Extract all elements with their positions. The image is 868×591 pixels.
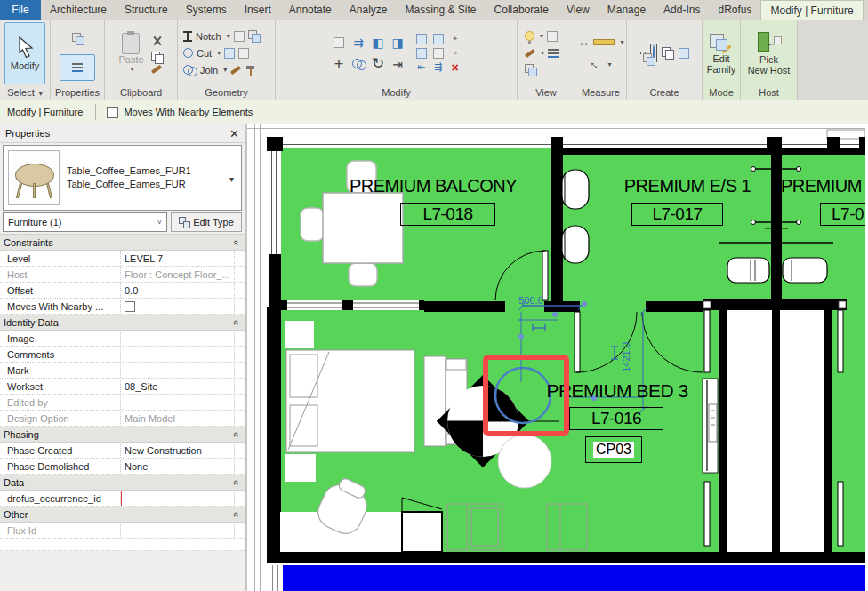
dimension-500[interactable]: 500.0 — [510, 295, 551, 306]
notch-button[interactable]: Notch▾ — [183, 28, 260, 44]
demolish-hammer-icon[interactable] — [245, 64, 256, 76]
type-selector-dropdown-icon[interactable]: ▾ — [229, 174, 234, 184]
trim-single-icon[interactable]: ⇤ — [417, 62, 425, 72]
section-constraints[interactable]: Constraints« — [0, 235, 245, 251]
paste-button[interactable]: Paste▾ — [118, 33, 143, 73]
match-type-brush-icon[interactable] — [151, 65, 162, 74]
offset-icon[interactable]: ⇉ — [353, 36, 364, 49]
edit-family-button[interactable]: Edit Family — [707, 32, 735, 75]
tab-structure[interactable]: Structure — [116, 0, 177, 20]
mirror-draw-axis-icon[interactable]: ◨ — [391, 36, 403, 49]
trim-multiple-icon[interactable]: ⇶ — [434, 62, 442, 72]
split-element-icon[interactable] — [416, 34, 427, 44]
tab-drofus[interactable]: dRofus — [709, 0, 760, 20]
cope-icon[interactable] — [234, 31, 245, 42]
room-tag-l7-018[interactable]: L7-018 — [400, 203, 495, 226]
cut-geometry-button[interactable]: Cut▾ — [183, 44, 249, 61]
override-graphics-brush-icon[interactable] — [525, 48, 535, 57]
pick-new-host-button[interactable]: ← Pick New Host — [748, 31, 791, 76]
level-value[interactable]: LEVEL 7 — [120, 251, 234, 266]
panel-label-view[interactable]: View — [518, 86, 575, 100]
type-selector[interactable]: Table_Coffee_Eames_FUR1 Table_Coffee_Eam… — [3, 145, 242, 211]
panel-label-create[interactable]: Create — [627, 86, 702, 100]
unpin-icon[interactable]: ⌗ — [453, 48, 457, 58]
array-icon[interactable] — [416, 48, 427, 59]
section-identity-data[interactable]: Identity Data« — [0, 315, 245, 331]
properties-palette-button[interactable] — [60, 54, 95, 81]
displace-icon[interactable] — [547, 31, 558, 42]
copy-icon[interactable] — [352, 59, 366, 68]
tab-massing-site[interactable]: Massing & Site — [397, 0, 486, 20]
tab-systems[interactable]: Systems — [177, 0, 236, 20]
measure-arrow-icon[interactable]: ↔ — [577, 36, 590, 48]
tab-view[interactable]: View — [558, 0, 599, 20]
panel-label-mode[interactable]: Mode — [703, 86, 740, 100]
wall-opening-icon[interactable] — [248, 30, 260, 42]
comments-value[interactable] — [120, 347, 234, 362]
delete-icon[interactable]: × — [451, 61, 458, 74]
trim-extend-icon[interactable]: ⇥ — [392, 58, 403, 70]
unjoin-geometry-icon[interactable] — [238, 48, 249, 59]
dimension-1421[interactable]: 1421.0 — [621, 338, 631, 377]
tab-annotate[interactable]: Annotate — [280, 0, 341, 20]
code-tag-cp03[interactable]: CP03 — [585, 436, 642, 463]
room-tag-l7-016[interactable]: L7-016 — [569, 407, 663, 430]
tab-file[interactable]: File — [0, 0, 41, 20]
drofus-occurrence-id-value[interactable] — [120, 491, 234, 506]
section-data[interactable]: Data« — [0, 475, 245, 491]
section-other[interactable]: Other« — [0, 507, 245, 523]
measure-angle-icon[interactable]: ↔ — [588, 55, 606, 73]
panel-label-properties[interactable]: Properties — [51, 86, 104, 100]
create-group-icon[interactable] — [640, 52, 646, 54]
panel-label-modify[interactable]: Modify — [276, 86, 517, 100]
tab-modify-furniture[interactable]: Modify | Furniture — [760, 0, 863, 20]
beam-joins-icon[interactable] — [224, 48, 235, 59]
panel-label-measure[interactable]: Measure — [575, 86, 626, 100]
selection-box-icon[interactable] — [525, 64, 536, 76]
create-parts-icon[interactable] — [662, 47, 674, 59]
moves-with-nearby-elements-checkbox[interactable] — [107, 107, 118, 118]
create-similar-icon[interactable] — [679, 48, 689, 59]
moves-with-nearby-property-checkbox[interactable] — [125, 301, 135, 312]
section-phasing[interactable]: Phasing« — [0, 427, 245, 443]
align-icon[interactable] — [334, 37, 344, 48]
mirror-pick-axis-icon[interactable]: ◧ — [372, 36, 383, 49]
modify-button[interactable]: Modify — [4, 22, 45, 84]
tab-manage[interactable]: Manage — [599, 0, 655, 20]
linework-icon[interactable] — [548, 49, 559, 58]
tab-add-ins[interactable]: Add-Ins — [655, 0, 709, 20]
panel-label-geometry[interactable]: Geometry — [178, 86, 275, 100]
scale-icon[interactable] — [433, 48, 444, 59]
phase-demolished-value[interactable]: None — [120, 459, 234, 474]
cut-icon[interactable] — [151, 35, 164, 47]
rotate-icon[interactable]: ↻ — [372, 56, 384, 71]
room-tag-l7-017[interactable]: L7-017 — [631, 203, 723, 226]
hide-elements-bulb-icon[interactable] — [525, 31, 534, 41]
paint-icon[interactable] — [230, 65, 241, 74]
pin-icon[interactable]: ⌖ — [453, 34, 457, 44]
split-with-gap-icon[interactable] — [433, 34, 444, 44]
drawing-canvas[interactable]: PREMIUM BALCONY L7-018 PREMIUM E/S 1 L7-… — [247, 124, 865, 591]
phase-created-value[interactable]: New Construction — [120, 443, 234, 458]
join-icon — [183, 65, 197, 75]
edit-type-button[interactable]: Edit Type — [171, 212, 242, 232]
tab-analyze[interactable]: Analyze — [341, 0, 397, 20]
image-value[interactable] — [120, 331, 234, 346]
offset-value[interactable]: 0.0 — [120, 283, 234, 298]
panel-label-host[interactable]: Host — [741, 86, 797, 100]
move-icon[interactable]: + — [334, 56, 344, 72]
tab-insert[interactable]: Insert — [236, 0, 280, 20]
join-button[interactable]: Join▾ — [183, 61, 256, 78]
room-tag-l7-0[interactable]: L7-0 — [820, 203, 865, 226]
family-types-button[interactable] — [60, 25, 95, 52]
workset-value[interactable]: 08_Site — [120, 379, 234, 394]
category-filter-select[interactable]: Furniture (1) ˅ — [3, 212, 167, 232]
tab-architecture[interactable]: Architecture — [41, 0, 116, 20]
mark-value[interactable] — [120, 363, 234, 378]
close-icon[interactable]: ✕ — [229, 127, 239, 140]
panel-label-select[interactable]: Select ▾ — [0, 86, 50, 100]
measure-ruler-icon[interactable] — [593, 39, 615, 45]
panel-label-clipboard[interactable]: Clipboard — [105, 86, 177, 100]
tab-collaborate[interactable]: Collaborate — [486, 0, 558, 20]
copy-to-clipboard-icon[interactable] — [151, 52, 164, 63]
